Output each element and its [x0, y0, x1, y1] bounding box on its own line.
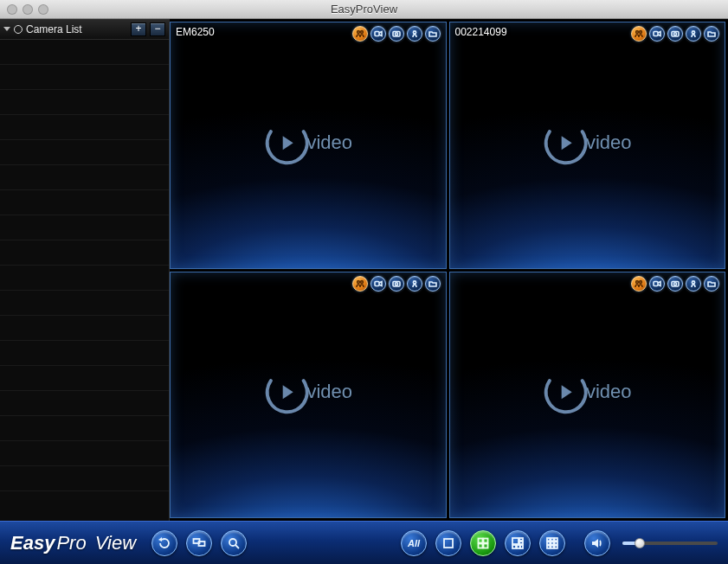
placeholder-text: video: [306, 131, 352, 154]
list-item[interactable]: [0, 115, 169, 140]
svg-rect-46: [555, 545, 557, 548]
all-label: All: [408, 538, 420, 548]
cell-toolbar: [631, 276, 719, 292]
window-title: EasyProView: [0, 3, 728, 16]
list-item[interactable]: [0, 341, 169, 366]
svg-point-12: [357, 280, 359, 283]
svg-rect-40: [555, 538, 557, 541]
record-icon[interactable]: [649, 26, 665, 42]
cell-toolbar: [352, 26, 441, 42]
list-item[interactable]: [0, 466, 169, 491]
list-item[interactable]: [0, 140, 169, 165]
motion-icon[interactable]: [631, 276, 647, 292]
svg-rect-39: [551, 538, 553, 541]
ptz-icon[interactable]: [407, 26, 422, 42]
list-item[interactable]: [0, 391, 169, 416]
zoom-window-button[interactable]: [38, 4, 48, 15]
list-item[interactable]: [0, 90, 169, 115]
svg-rect-36: [517, 545, 520, 548]
volume-button[interactable]: [584, 530, 610, 556]
svg-point-7: [640, 31, 642, 34]
list-item[interactable]: [0, 316, 169, 341]
list-item[interactable]: [0, 215, 169, 240]
list-item[interactable]: [0, 416, 169, 441]
list-item[interactable]: [0, 190, 169, 215]
video-cell[interactable]: EM6250 video: [170, 22, 447, 269]
snapshot-icon[interactable]: [667, 26, 683, 42]
svg-rect-45: [551, 545, 553, 548]
video-cell[interactable]: video: [449, 272, 726, 519]
placeholder-text: video: [586, 381, 632, 404]
brand-logo: EasyPro View: [10, 532, 136, 554]
svg-rect-44: [547, 545, 550, 548]
svg-point-4: [395, 33, 397, 35]
remove-camera-button[interactable]: −: [150, 22, 165, 36]
snapshot-icon[interactable]: [389, 26, 404, 42]
video-cell[interactable]: 002214099 video: [449, 22, 726, 269]
svg-point-16: [395, 282, 397, 285]
svg-point-26: [229, 539, 236, 546]
layout-all-button[interactable]: All: [401, 530, 427, 556]
layout-3x3-button[interactable]: [539, 530, 565, 556]
layout-1plus5-button[interactable]: [505, 530, 531, 556]
video-grid: EM6250 video 002214099: [170, 19, 728, 521]
cell-toolbar: [352, 276, 441, 292]
ptz-icon[interactable]: [686, 276, 701, 292]
video-placeholder: video: [543, 369, 632, 416]
motion-icon[interactable]: [352, 26, 368, 42]
list-item[interactable]: [0, 441, 169, 466]
list-item[interactable]: [0, 40, 169, 65]
refresh-button[interactable]: [151, 530, 177, 556]
svg-point-17: [413, 280, 416, 283]
svg-point-0: [357, 31, 359, 34]
svg-rect-33: [519, 538, 523, 541]
camera-list: [0, 40, 169, 521]
volume-slider-thumb[interactable]: [635, 538, 645, 548]
svg-point-19: [640, 280, 642, 283]
folder-icon[interactable]: [425, 276, 441, 292]
list-item[interactable]: [0, 266, 169, 291]
svg-point-1: [360, 31, 363, 34]
close-window-button[interactable]: [7, 4, 17, 15]
play-icon: [263, 369, 310, 416]
disclosure-triangle-icon[interactable]: [3, 27, 10, 31]
record-icon[interactable]: [370, 26, 386, 42]
svg-point-10: [673, 33, 676, 35]
svg-rect-20: [654, 281, 658, 285]
layout-2x2-button[interactable]: [470, 530, 496, 556]
ptz-icon[interactable]: [686, 26, 701, 42]
svg-rect-8: [654, 32, 658, 36]
list-item[interactable]: [0, 366, 169, 391]
folder-icon[interactable]: [425, 26, 441, 42]
svg-rect-41: [547, 542, 550, 544]
toolbar-group-volume: [584, 530, 718, 556]
snapshot-icon[interactable]: [389, 276, 404, 292]
volume-slider[interactable]: [622, 542, 718, 545]
folder-icon[interactable]: [704, 276, 719, 292]
list-item[interactable]: [0, 65, 169, 90]
list-item[interactable]: [0, 291, 169, 316]
snapshot-icon[interactable]: [667, 276, 683, 292]
svg-rect-42: [551, 542, 553, 544]
ptz-icon[interactable]: [407, 276, 422, 292]
svg-point-18: [636, 280, 639, 283]
motion-icon[interactable]: [352, 276, 368, 292]
svg-rect-2: [375, 32, 379, 36]
svg-point-13: [360, 280, 363, 283]
cell-label: 002214099: [455, 26, 507, 38]
list-item[interactable]: [0, 165, 169, 190]
multi-monitor-button[interactable]: [186, 530, 212, 556]
sidebar-header[interactable]: Camera List + −: [0, 19, 169, 40]
layout-1x1-button[interactable]: [435, 530, 461, 556]
record-icon[interactable]: [370, 276, 386, 292]
search-button[interactable]: [221, 530, 247, 556]
list-item[interactable]: [0, 240, 169, 266]
svg-point-5: [413, 31, 416, 34]
folder-icon[interactable]: [704, 26, 719, 42]
minimize-window-button[interactable]: [23, 4, 33, 15]
video-cell[interactable]: video: [170, 272, 447, 519]
svg-point-11: [692, 31, 694, 34]
record-icon[interactable]: [649, 276, 665, 292]
motion-icon[interactable]: [631, 26, 647, 42]
add-camera-button[interactable]: +: [131, 22, 146, 36]
